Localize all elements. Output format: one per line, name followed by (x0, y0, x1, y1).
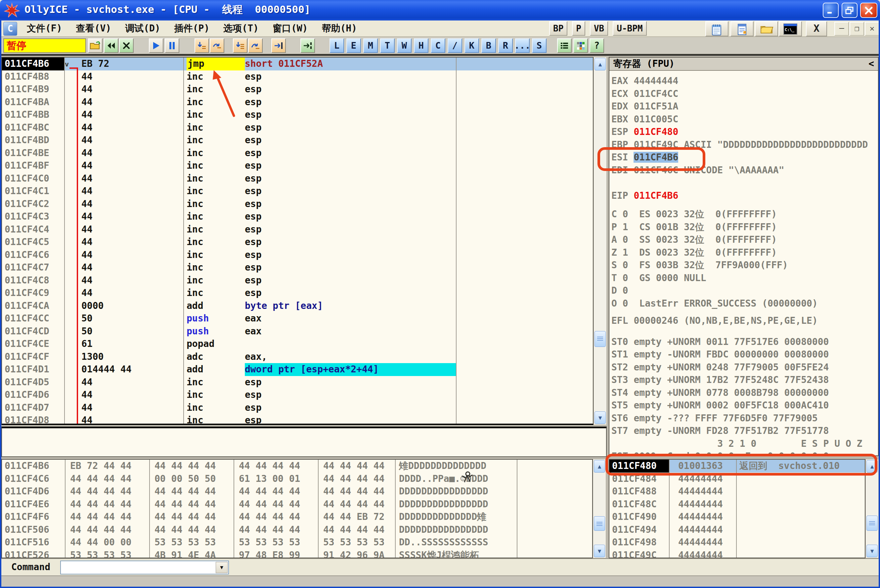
register-line[interactable]: O 0 LastErr ERROR_SUCCESS (00000000) (610, 297, 878, 310)
disasm-row[interactable]: 011CF4D544incesp (2, 376, 593, 389)
restore-button[interactable] (842, 3, 857, 18)
register-line[interactable]: P 1 CS 001B 32位 0(FFFFFFFF) (610, 221, 878, 234)
register-line[interactable]: ST5 empty +UNORM 0002 00F5FC18 000AC410 (610, 399, 878, 412)
disasm-row[interactable]: 011CF4C644incesp (2, 249, 593, 262)
disasm-row[interactable]: 011CF4BF44incesp (2, 159, 593, 172)
disasm-row[interactable]: 011CF4B944incesp (2, 83, 593, 96)
disasm-row[interactable]: 011CF4C144incesp (2, 185, 593, 198)
register-line[interactable]: C 0 ES 0023 32位 0(FFFFFFFF) (610, 208, 878, 221)
notepad-button[interactable] (705, 21, 728, 36)
mdi-close-button[interactable]: ✕ (865, 22, 879, 36)
plugin-button-ubpm[interactable]: U-BPM (613, 21, 646, 36)
hex-dump-pane[interactable]: 011CF4B6EB 72 44 4444 44 44 4444 44 44 4… (2, 459, 593, 558)
disasm-row[interactable]: 011CF4D844incesp (2, 414, 593, 425)
title-bar[interactable]: OllyICE - svchost.exe - [CPU - 线程 000005… (0, 0, 880, 21)
window-button-callstack[interactable]: K (464, 38, 479, 53)
scrollbar-thumb[interactable] (594, 516, 605, 531)
disasm-row[interactable]: 011CF4C744incesp (2, 261, 593, 274)
menu-item-help[interactable]: 帮助(H) (315, 21, 364, 36)
register-line[interactable]: ST7 empty -UNORM FD28 77F517B2 77F51778 (610, 424, 878, 438)
window-button-threads[interactable]: T (380, 38, 395, 53)
window-button-breakpoints[interactable]: B (481, 38, 496, 53)
disasm-row[interactable]: 011CF4C444incesp (2, 223, 593, 236)
disasm-row[interactable]: 011CF4BE44incesp (2, 147, 593, 160)
window-button-windows[interactable]: W (397, 38, 411, 53)
animate-into-button[interactable] (233, 38, 248, 53)
step-over-button[interactable] (210, 38, 224, 53)
register-line[interactable]: 3 2 1 0 E S P U O Z (610, 438, 878, 450)
register-line[interactable]: T 0 GS 0000 NULL (610, 272, 878, 285)
restart-button[interactable] (104, 38, 119, 53)
stack-row[interactable]: 011CF49044444444 (610, 511, 865, 524)
help-button[interactable]: ? (590, 38, 604, 53)
register-line[interactable]: ESI 011CF4B6 (610, 151, 878, 164)
dump-row[interactable]: 011CF52653 53 53 534B 91 4E 4A97 48 E8 9… (2, 549, 592, 559)
register-line[interactable]: A 0 SS 0023 32位 0(FFFFFFFF) (610, 234, 878, 246)
info-pane[interactable] (2, 427, 607, 457)
close-plugin-toolbar-button[interactable]: X (806, 21, 827, 36)
registers-pane[interactable]: 寄存器 (FPU) < EAX 44444444ECX 011CF4CCEDX … (609, 57, 878, 456)
register-line[interactable]: S 0 FS 003B 32位 7FF9A000(FFF) (610, 259, 878, 272)
scroll-up-arrow-icon[interactable]: ▲ (595, 58, 606, 70)
register-line[interactable]: EDI 011CF46C UNICODE "\AAAAAAA" (610, 164, 878, 177)
scroll-down-arrow-icon[interactable]: ▼ (866, 544, 878, 557)
register-line[interactable]: ECX 011CF4CC (610, 88, 878, 100)
plugin-button-vb[interactable]: VB (590, 21, 608, 36)
disasm-row[interactable]: 011CF4C844incesp (2, 274, 593, 287)
disasm-row[interactable]: 011CF4BB44incesp (2, 108, 593, 122)
stack-row[interactable]: 011CF48001001363返回到 svchost.010 (610, 460, 865, 472)
animate-over-button[interactable] (248, 38, 263, 53)
disasm-row[interactable]: 011CF4C244incesp (2, 198, 593, 211)
pause-button[interactable] (165, 38, 179, 53)
step-into-button[interactable] (195, 38, 209, 53)
register-line[interactable]: ST1 empty -UNORM FBDC 00000000 00080000 (610, 348, 878, 361)
menu-item-file[interactable]: 文件(F) (20, 21, 69, 36)
register-line[interactable]: EDX 011CF51A (610, 100, 878, 113)
stack-row[interactable]: 011CF49444444444 (610, 524, 865, 536)
window-button-memory[interactable]: M (363, 38, 378, 53)
cpu-window-icon[interactable]: C (3, 22, 17, 36)
register-line[interactable]: EIP 011CF4B6 (610, 189, 878, 202)
stack-row[interactable]: 011CF48444444444 (610, 472, 865, 486)
window-button-handles[interactable]: H (414, 38, 428, 53)
dump-row[interactable]: 011CF4B6EB 72 44 4444 44 44 4444 44 44 4… (2, 460, 592, 472)
register-line[interactable]: EFL 00000246 (NO,NB,E,BE,NS,PE,GE,LE) (610, 315, 878, 327)
register-line[interactable]: ST6 empty -??? FFFF 77F6D5F0 77F79005 (610, 412, 878, 425)
close-button[interactable] (860, 3, 877, 18)
scrollbar-thumb[interactable] (866, 516, 878, 531)
dump-row[interactable]: 011CF4D644 44 44 4444 44 44 4444 44 44 4… (2, 485, 592, 498)
register-line[interactable]: ST3 empty +UNORM 17B2 77F5248C 77F52438 (610, 374, 878, 387)
console-button[interactable]: C:\_ (779, 21, 802, 36)
register-line[interactable]: EBP 011CF49C ASCII "DDDDDDDDDDDDDDDDDDDD… (610, 139, 878, 152)
disasm-row[interactable]: 011CF4CD50pusheax (2, 325, 593, 338)
stack-scrollbar[interactable]: ▲ ▼ (865, 459, 878, 558)
minimize-button[interactable] (823, 3, 839, 18)
stack-row[interactable]: 011CF49844444444 (610, 536, 865, 549)
options-button[interactable] (557, 38, 572, 53)
menu-item-debug[interactable]: 调试(D) (118, 21, 167, 36)
open-button[interactable] (88, 38, 102, 53)
disasm-row[interactable]: 011CF4BD44incesp (2, 134, 593, 147)
window-button-source[interactable]: S (532, 38, 547, 53)
disasm-row[interactable]: 011CF4C344incesp (2, 210, 593, 223)
collapse-button[interactable]: < (868, 57, 874, 70)
plugin-button-bp[interactable]: BP (549, 21, 568, 36)
disasm-row[interactable]: 011CF4BC44incesp (2, 122, 593, 134)
dump-row[interactable]: 011CF4F644 44 44 4444 44 44 4444 44 44 4… (2, 511, 592, 524)
disasm-row[interactable]: 011CF4D1014444 44adddword ptr [esp+eax*2… (2, 363, 593, 376)
disasm-row[interactable]: 011CF4CE61popad (2, 338, 593, 351)
disasm-row[interactable]: 011CF4CC50pusheax (2, 312, 593, 325)
dropdown-arrow-icon[interactable]: ▼ (216, 562, 228, 573)
register-line[interactable]: ESP 011CF480 (610, 126, 878, 139)
appearance-button[interactable] (573, 38, 588, 53)
disasm-row[interactable]: 011CF4CA0000addbyte ptr [eax], al (2, 300, 593, 312)
menu-item-window[interactable]: 窗口(W) (266, 21, 315, 36)
register-line[interactable]: EBX 011C005C (610, 113, 878, 126)
execute-till-return-button[interactable] (271, 38, 286, 53)
disasm-row[interactable]: 011CF4CF1300adceax, dword ptr [eax] (2, 351, 593, 363)
window-button-patches[interactable]: / (448, 38, 462, 53)
register-line[interactable]: ST4 empty +UNORM 0778 0008B798 00000000 (610, 387, 878, 399)
disasm-row[interactable]: 011CF4C544incesp (2, 236, 593, 249)
disasm-row[interactable]: 011CF4C044incesp (2, 172, 593, 185)
scroll-down-arrow-icon[interactable]: ▼ (595, 411, 606, 424)
